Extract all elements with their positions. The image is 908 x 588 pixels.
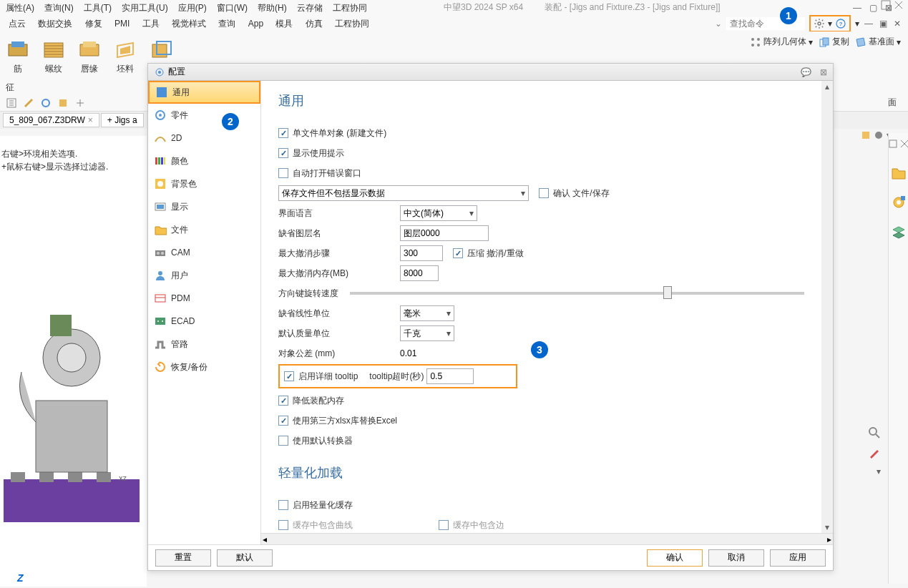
- tree-icon[interactable]: [6, 97, 17, 109]
- checkbox-enable-tooltip[interactable]: [284, 371, 294, 381]
- gear-color-icon[interactable]: [891, 195, 907, 210]
- checkbox-cache-edge[interactable]: [439, 520, 449, 530]
- scroll-left-icon[interactable]: ◂: [263, 534, 267, 544]
- ok-button[interactable]: 确认: [647, 549, 703, 567]
- tool-icon[interactable]: [861, 130, 871, 140]
- scroll-right-icon[interactable]: ▸: [827, 534, 831, 544]
- vertical-scrollbar[interactable]: ▴ ▾: [821, 81, 833, 533]
- dialog-close-icon[interactable]: ⊠: [820, 67, 827, 77]
- checkbox-confirm-save[interactable]: [539, 188, 549, 198]
- sidebar-item-cam[interactable]: CAM: [148, 241, 260, 264]
- checkbox-auto-error[interactable]: [278, 168, 288, 178]
- menu-item[interactable]: PMI: [114, 19, 130, 29]
- menu-item[interactable]: 仿真: [306, 19, 323, 29]
- sidebar-item-user[interactable]: 用户: [148, 264, 260, 287]
- linear-unit-dropdown[interactable]: 毫米: [400, 305, 454, 321]
- menu-item[interactable]: 模具: [275, 19, 293, 29]
- language-dropdown[interactable]: 中文(简体): [400, 205, 477, 221]
- apply-button[interactable]: 应用: [770, 549, 826, 567]
- chevron-down-icon[interactable]: ⌄: [715, 19, 722, 29]
- menu-item[interactable]: 查询(N): [44, 2, 74, 14]
- ribbon-copy[interactable]: 复制: [819, 36, 849, 48]
- checkbox-default-converter[interactable]: [278, 436, 288, 446]
- checkbox-compress-undo[interactable]: [453, 248, 463, 258]
- panel-icon[interactable]: [881, 0, 891, 10]
- sidebar-item-pdm[interactable]: PDM: [148, 287, 260, 310]
- menu-item[interactable]: 属性(A): [6, 2, 34, 14]
- ribbon-item-lip[interactable]: 唇缘: [77, 39, 102, 75]
- default-layer-input[interactable]: [400, 225, 489, 241]
- checkbox-light-cache[interactable]: [278, 500, 288, 510]
- sidebar-item-general[interactable]: 通用: [148, 81, 260, 104]
- menu-item[interactable]: 工程协同: [335, 19, 369, 29]
- default-button[interactable]: 默认: [217, 549, 273, 567]
- menu-item[interactable]: 窗口(W): [217, 2, 248, 14]
- sidebar-item-display[interactable]: 显示: [148, 195, 260, 218]
- menu-item[interactable]: 实用工具(U): [122, 2, 168, 14]
- arrow-rotate-slider[interactable]: [350, 292, 804, 295]
- sidebar-item-ecad[interactable]: ECAD: [148, 310, 260, 333]
- dialog-help-icon[interactable]: 💬: [801, 67, 811, 77]
- reset-button[interactable]: 重置: [155, 549, 211, 567]
- menu-item[interactable]: 点云: [9, 19, 26, 29]
- panel-close-icon[interactable]: [900, 139, 909, 148]
- menu-item[interactable]: 应用(P): [178, 2, 207, 14]
- minimize-icon[interactable]: —: [852, 3, 862, 13]
- ribbon-pattern[interactable]: 阵列几何体 ▾: [750, 36, 813, 48]
- cancel-button[interactable]: 取消: [708, 549, 764, 567]
- layers-icon[interactable]: [891, 225, 907, 240]
- folder-icon[interactable]: [891, 165, 907, 180]
- menu-item[interactable]: App: [248, 19, 263, 29]
- gear-icon[interactable]: [814, 18, 825, 29]
- ribbon-datum[interactable]: 基准面 ▾: [855, 36, 901, 48]
- tool-icon[interactable]: [57, 97, 69, 109]
- close-icon[interactable]: ✕: [892, 19, 902, 29]
- menu-item[interactable]: 工具: [142, 19, 160, 29]
- scroll-up-icon[interactable]: ▴: [823, 82, 831, 91]
- sidebar-item-backup[interactable]: 恢复/备份: [148, 356, 260, 378]
- tooltip-timeout-input[interactable]: [426, 368, 474, 384]
- tool-icon[interactable]: [874, 130, 884, 140]
- maximize-icon[interactable]: ▣: [878, 19, 888, 29]
- pen-icon[interactable]: [868, 446, 881, 459]
- restore-icon[interactable]: ▢: [868, 3, 878, 13]
- mass-unit-dropdown[interactable]: 千克: [400, 325, 454, 341]
- dialog-titlebar[interactable]: 配置 💬 ⊠: [148, 64, 833, 81]
- horizontal-scrollbar[interactable]: ◂ ▸: [261, 533, 833, 544]
- tool-icon[interactable]: [74, 97, 86, 109]
- ribbon-item-rib[interactable]: 筋: [6, 39, 30, 75]
- checkbox-show-hints[interactable]: [278, 148, 288, 158]
- sidebar-item-file[interactable]: 文件: [148, 218, 260, 241]
- sidebar-item-bgcolor[interactable]: 背景色: [148, 172, 260, 195]
- panel-close-icon[interactable]: [894, 0, 904, 10]
- sidebar-item-part[interactable]: 零件: [148, 104, 260, 127]
- tab-close-icon[interactable]: ×: [88, 115, 93, 125]
- menu-item[interactable]: 修复: [85, 19, 102, 29]
- document-tab[interactable]: + Jigs a: [101, 113, 144, 127]
- sidebar-item-2d[interactable]: 2D: [148, 127, 260, 150]
- model-viewport[interactable]: 右键>环境相关选项. +鼠标右键>显示选择过滤器. xz Z: [0, 136, 147, 587]
- menu-item[interactable]: 帮助(H): [258, 2, 287, 14]
- checkbox-xlsx-lib[interactable]: [278, 416, 288, 426]
- menu-item[interactable]: 查询: [218, 19, 235, 29]
- search-icon[interactable]: [868, 426, 881, 439]
- menu-item[interactable]: 数据交换: [38, 19, 72, 29]
- menu-item[interactable]: 工具(T): [84, 2, 112, 14]
- sidebar-item-routing[interactable]: 管路: [148, 333, 260, 356]
- menu-item[interactable]: 云存储: [297, 2, 323, 14]
- ribbon-item-stock[interactable]: 坯料: [113, 39, 137, 75]
- tool-icon[interactable]: [40, 97, 52, 109]
- save-mode-dropdown[interactable]: 保存文件但不包括显示数据: [278, 185, 529, 201]
- sidebar-item-color[interactable]: 颜色: [148, 150, 260, 172]
- scroll-down-icon[interactable]: ▾: [823, 523, 831, 531]
- checkbox-cache-curve[interactable]: [278, 520, 288, 530]
- menu-item[interactable]: 视觉样式: [172, 19, 206, 29]
- undo-steps-input[interactable]: [400, 245, 443, 261]
- tool-icon[interactable]: [23, 97, 34, 109]
- minimize-icon[interactable]: —: [864, 19, 874, 29]
- ribbon-item-thread[interactable]: 螺纹: [42, 39, 66, 75]
- document-tab[interactable]: 5_809_067.Z3DRW×: [3, 113, 99, 127]
- panel-icon[interactable]: [889, 139, 897, 148]
- checkbox-single-file[interactable]: [278, 128, 288, 138]
- undo-memory-input[interactable]: [400, 265, 439, 281]
